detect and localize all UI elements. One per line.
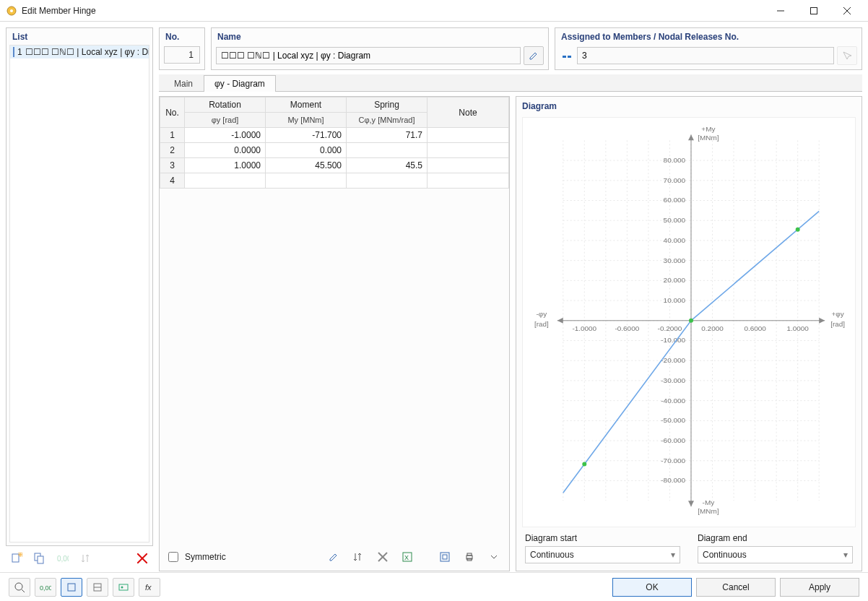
dialog-footer: 0,00 fx OK Cancel Apply — [0, 572, 868, 601]
cancel-button[interactable]: Cancel — [696, 578, 776, 597]
delete-item-button[interactable] — [133, 549, 152, 568]
symmetric-checkbox[interactable]: Symmetric — [165, 550, 226, 564]
col-rotation: Rotation — [185, 98, 266, 113]
diagram-table[interactable]: No. Rotation Moment Spring Note φy [rad]… — [160, 97, 509, 189]
table-edit-button[interactable] — [324, 548, 343, 566]
table-cell[interactable] — [428, 128, 509, 143]
table-cell[interactable]: 1 — [160, 128, 185, 143]
list-content[interactable]: 1 ☐☐☐ ☐ℕ☐ | Local xyz | φy : Diagram — [9, 45, 149, 542]
table-cell[interactable]: 1.0000 — [185, 158, 266, 173]
svg-text:80.000: 80.000 — [664, 156, 686, 164]
table-cell[interactable]: 45.500 — [266, 158, 347, 173]
graphics-button[interactable] — [113, 578, 134, 597]
svg-point-1 — [10, 9, 13, 12]
chart-zoom-button[interactable] — [435, 548, 454, 566]
table-cell[interactable]: 45.5 — [347, 158, 428, 173]
svg-text:-40.000: -40.000 — [661, 397, 685, 405]
list-item-glyph-icon — [13, 47, 14, 57]
assigned-panel: Assigned to Members / Nodal Releases No. — [555, 27, 862, 70]
table-cell[interactable]: 3 — [160, 158, 185, 173]
table-row[interactable]: 31.000045.50045.5 — [160, 158, 509, 173]
svg-text:40.000: 40.000 — [664, 236, 686, 244]
units-settings-button[interactable]: 0,00 — [35, 578, 56, 597]
svg-point-90 — [796, 228, 800, 232]
assigned-pick-button[interactable] — [837, 46, 857, 65]
chart-options-dropdown[interactable] — [485, 548, 503, 566]
diagram-end-select[interactable]: Continuous ▾ — [698, 546, 853, 563]
function-button[interactable]: fx — [139, 578, 160, 597]
list-panel: List 1 ☐☐☐ ☐ℕ☐ | Local xyz | φy : Diagra… — [6, 27, 153, 546]
table-cell[interactable]: 2 — [160, 143, 185, 158]
view-mode-2-button[interactable] — [87, 578, 108, 597]
svg-text:50.000: 50.000 — [664, 216, 686, 224]
sort-button[interactable] — [77, 549, 95, 568]
col-rotation-sub: φy [rad] — [185, 113, 266, 128]
table-excel-button[interactable]: X — [398, 548, 417, 566]
no-value[interactable]: 1 — [164, 46, 200, 64]
svg-text:-20.000: -20.000 — [661, 356, 685, 364]
ok-button[interactable]: OK — [612, 578, 692, 597]
svg-text:10.000: 10.000 — [664, 296, 686, 304]
svg-text:30.000: 30.000 — [664, 256, 686, 264]
svg-rect-24 — [467, 553, 472, 555]
table-row[interactable]: 20.00000.000 — [160, 143, 509, 158]
table-cell[interactable]: 0.000 — [266, 143, 347, 158]
diagram-start-label: Diagram start — [525, 533, 680, 543]
window-maximize-button[interactable] — [797, 1, 830, 21]
apply-button[interactable]: Apply — [780, 578, 859, 597]
svg-rect-15 — [563, 56, 566, 58]
svg-text:60.000: 60.000 — [664, 196, 686, 204]
svg-rect-3 — [811, 7, 817, 14]
assigned-input[interactable] — [577, 47, 834, 64]
table-cell[interactable] — [428, 158, 509, 173]
table-delete-row-button[interactable] — [373, 548, 392, 566]
assigned-title: Assigned to Members / Nodal Releases No. — [555, 28, 862, 45]
col-note: Note — [428, 98, 509, 128]
table-sort-button[interactable] — [349, 548, 368, 566]
units-button[interactable]: 0,00 — [53, 549, 72, 568]
symmetric-checkbox-input[interactable] — [168, 552, 178, 562]
tab-phiy-diagram[interactable]: φy - Diagram — [204, 75, 276, 92]
chevron-down-icon: ▾ — [843, 550, 848, 560]
view-mode-1-button[interactable] — [61, 578, 82, 597]
svg-rect-6 — [12, 554, 19, 562]
symmetric-label: Symmetric — [185, 552, 226, 562]
table-cell[interactable]: 0.0000 — [185, 143, 266, 158]
table-cell[interactable]: -71.700 — [266, 128, 347, 143]
table-cell[interactable] — [428, 143, 509, 158]
list-item[interactable]: 1 ☐☐☐ ☐ℕ☐ | Local xyz | φy : Diagram — [10, 46, 149, 59]
name-input[interactable] — [216, 47, 521, 64]
tab-main[interactable]: Main — [163, 75, 204, 92]
diagram-chart[interactable]: -1.0000-0.6000-0.20000.20000.60001.0000-… — [522, 117, 856, 527]
table-row[interactable]: 4 — [160, 173, 509, 189]
window-close-button[interactable] — [830, 1, 864, 21]
app-icon — [6, 5, 17, 17]
titlebar: Edit Member Hinge — [0, 0, 868, 22]
svg-text:0.6000: 0.6000 — [744, 324, 766, 332]
table-cell[interactable] — [428, 173, 509, 189]
new-item-button[interactable] — [7, 549, 26, 568]
table-cell[interactable] — [347, 173, 428, 189]
table-cell[interactable]: 71.7 — [347, 128, 428, 143]
list-item-label: ☐☐☐ ☐ℕ☐ | Local xyz | φy : Diagram — [25, 47, 149, 57]
help-button[interactable] — [9, 578, 30, 597]
chart-print-button[interactable] — [460, 548, 479, 566]
table-cell[interactable] — [266, 173, 347, 189]
table-cell[interactable]: 4 — [160, 173, 185, 189]
diagram-start-select[interactable]: Continuous ▾ — [525, 546, 680, 563]
diagram-table-pane: No. Rotation Moment Spring Note φy [rad]… — [159, 96, 510, 571]
window-minimize-button[interactable] — [764, 1, 797, 21]
svg-point-89 — [689, 319, 693, 323]
svg-text:70.000: 70.000 — [664, 176, 686, 184]
svg-text:[rad]: [rad] — [534, 320, 549, 328]
svg-text:-80.000: -80.000 — [661, 476, 685, 484]
table-cell[interactable] — [347, 143, 428, 158]
table-cell[interactable] — [185, 173, 266, 189]
svg-rect-10 — [38, 556, 43, 563]
name-edit-button[interactable] — [524, 46, 544, 65]
table-cell[interactable]: -1.0000 — [185, 128, 266, 143]
copy-item-button[interactable] — [30, 549, 49, 568]
svg-text:-0.6000: -0.6000 — [615, 324, 640, 332]
table-row[interactable]: 1-1.0000-71.70071.7 — [160, 128, 509, 143]
svg-text:-60.000: -60.000 — [661, 436, 685, 444]
